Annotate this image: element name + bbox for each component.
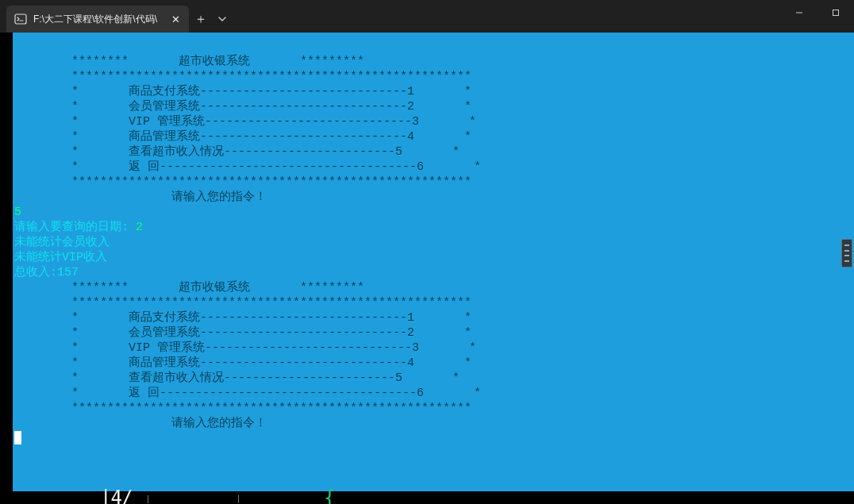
tab-menu-button[interactable] <box>213 6 232 33</box>
minimize-button[interactable] <box>781 0 817 25</box>
maximize-icon <box>832 9 840 17</box>
plus-icon: ＋ <box>194 11 207 28</box>
menu2-item-5: * 查看超市收入情况------------------------5 * <box>14 371 460 385</box>
close-icon: ✕ <box>171 13 180 25</box>
total-label: 总收入: <box>14 266 57 279</box>
menu2-item-1: * 商品支付系统-----------------------------1 * <box>14 311 471 325</box>
query-date-label: 请输入要查询的日期: <box>14 221 136 234</box>
menu2-prompt: 请输入您的指令！ <box>14 417 267 430</box>
new-tab-button[interactable]: ＋ <box>189 6 213 33</box>
menu2-item-3: * VIP 管理系统-----------------------------3… <box>14 341 476 355</box>
app-window: F:\大二下课程\软件创新\代码\ ✕ ＋ ******** <box>0 0 854 504</box>
tab-close-button[interactable]: ✕ <box>168 12 183 26</box>
minimize-icon <box>795 9 803 17</box>
menu2-item-2: * 会员管理系统-----------------------------2 * <box>14 326 471 340</box>
menu1-item-5: * 查看超市收入情况------------------------5 * <box>14 145 460 159</box>
terminal-icon <box>14 13 27 25</box>
background-fragment-4: { <box>324 492 334 504</box>
tab-active[interactable]: F:\大二下课程\软件创新\代码\ ✕ <box>6 6 189 33</box>
maximize-button[interactable] <box>817 0 854 25</box>
menu1-item-4: * 商品管理系统-----------------------------4 * <box>14 130 471 144</box>
menu1-item-1: * 商品支付系统-----------------------------1 * <box>14 85 471 98</box>
menu2-item-4: * 商品管理系统-----------------------------4 * <box>14 356 471 370</box>
menu1-prompt: 请输入您的指令！ <box>14 190 267 204</box>
menu1-divider-bottom: ****************************************… <box>14 175 471 189</box>
total-value: 157 <box>57 266 79 279</box>
tab-title: F:\大二下课程\软件创新\代码\ <box>33 13 162 26</box>
result-total-line: 总收入:157 <box>14 266 79 279</box>
svg-rect-0 <box>15 14 26 24</box>
menu2-divider-top: ****************************************… <box>14 296 471 310</box>
result-vip-line: 未能统计VIP收入 <box>14 251 107 264</box>
menu1-item-6: * 返 回-----------------------------------… <box>14 160 481 174</box>
menu1-banner: ******** 超市收银系统 ********* <box>14 55 364 68</box>
titlebar: F:\大二下课程\软件创新\代码\ ✕ ＋ <box>0 0 854 33</box>
background-fragment-3 <box>238 492 239 504</box>
user-command-value: 5 <box>14 206 21 219</box>
terminal-cursor <box>14 431 21 444</box>
chevron-down-icon <box>218 15 226 23</box>
menu1-divider-top: ****************************************… <box>14 70 471 83</box>
query-date-line: 请输入要查询的日期: 2 <box>14 221 143 234</box>
terminal-area[interactable]: ******** 超市收银系统 ********* **************… <box>0 33 854 504</box>
result-member-line: 未能统计会员收入 <box>14 236 110 249</box>
menu2-divider-bottom: ****************************************… <box>14 402 471 415</box>
menu1-item-2: * 会员管理系统-----------------------------2 * <box>14 100 471 113</box>
menu2-item-6: * 返 回-----------------------------------… <box>14 387 481 400</box>
tab-strip: F:\大二下课程\软件创新\代码\ ✕ ＋ <box>6 6 232 33</box>
svg-rect-3 <box>833 10 839 16</box>
menu1-item-3: * VIP 管理系统-----------------------------3… <box>14 115 476 129</box>
background-fragment-1: |4/ <box>100 492 132 504</box>
terminal-content: ******** 超市收银系统 ********* **************… <box>13 39 854 462</box>
query-date-value: 2 <box>136 221 143 234</box>
scrollbar-thumb[interactable] <box>841 239 852 267</box>
menu2-banner: ******** 超市收银系统 ********* <box>14 281 364 294</box>
window-controls <box>781 0 854 33</box>
background-fragment-2 <box>148 492 148 504</box>
